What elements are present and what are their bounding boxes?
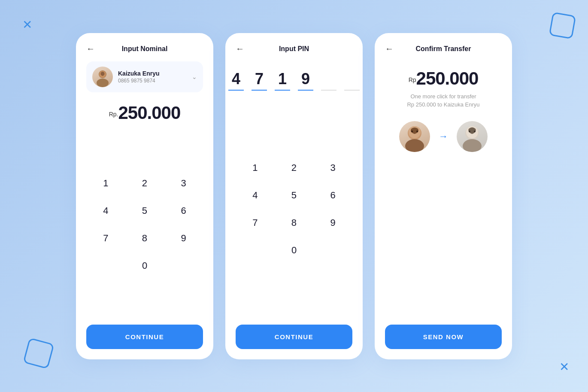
recipient-phone: 0865 9875 9874: [118, 78, 192, 84]
numpad-row-2: 4 5 6: [86, 199, 203, 223]
pin-key-6[interactable]: 6: [318, 183, 348, 207]
card2-numpad: 1 2 3 4 5 6 7 8 9 0: [236, 104, 352, 318]
key-5[interactable]: 5: [130, 199, 159, 223]
card1-header: ← Input Nominal: [86, 45, 203, 53]
pin-digit-5: [321, 70, 336, 91]
confirm-value: 250.000: [416, 68, 479, 88]
card3-title: Confirm Transfer: [416, 45, 471, 53]
cards-container: ← Input Nominal Kaizuka Enryu 0865 9875 …: [76, 33, 512, 359]
key-4[interactable]: 4: [91, 199, 120, 223]
pin-digit-2: 7: [252, 70, 267, 91]
transfer-arrow-icon: →: [439, 131, 448, 142]
recipient-avatar-confirm: [457, 121, 488, 152]
pin-key-8[interactable]: 8: [279, 211, 309, 235]
sender-avatar: [399, 121, 430, 152]
card2-title: Input PIN: [279, 45, 309, 53]
pin-key-0[interactable]: 0: [279, 238, 309, 262]
card1-title: Input Nominal: [122, 45, 168, 53]
key-2[interactable]: 2: [130, 171, 159, 195]
key-9[interactable]: 9: [169, 226, 198, 250]
key-3[interactable]: 3: [169, 171, 198, 195]
confirm-currency: Rp: [409, 76, 416, 83]
key-6[interactable]: 6: [169, 199, 198, 223]
card-input-pin: ← Input PIN 4 7 1 9 1 2 3 4 5: [225, 33, 363, 359]
pin-digit-3: 1: [275, 70, 290, 91]
svg-point-6: [411, 131, 413, 132]
card3-header: ← Confirm Transfer: [385, 45, 502, 53]
svg-point-9: [463, 139, 482, 152]
key-7[interactable]: 7: [91, 226, 120, 250]
key-8[interactable]: 8: [130, 226, 159, 250]
transfer-visual: →: [385, 121, 502, 152]
key-0[interactable]: 0: [130, 254, 159, 278]
pin-key-4[interactable]: 4: [240, 183, 270, 207]
pin-numpad-row-3: 7 8 9: [236, 211, 352, 235]
card2-back-button[interactable]: ←: [236, 44, 244, 54]
numpad-row-4: 0: [86, 254, 203, 278]
recipient-row[interactable]: Kaizuka Enryu 0865 9875 9874 ⌄: [86, 61, 203, 92]
recipient-avatar: [92, 67, 113, 87]
deco-square-topright: [549, 12, 576, 40]
card1-numpad: 1 2 3 4 5 6 7 8 9 0: [86, 135, 203, 318]
pin-display: 4 7 1 9: [236, 70, 352, 91]
key-1[interactable]: 1: [91, 171, 120, 195]
svg-point-12: [474, 131, 476, 132]
pin-key-3[interactable]: 3: [318, 156, 348, 180]
deco-x-bottomright: ✕: [559, 361, 569, 373]
pin-digit-6: [344, 70, 360, 91]
pin-digit-4: 9: [298, 70, 313, 91]
card1-continue-button[interactable]: CONTINUE: [86, 325, 203, 349]
pin-key-7[interactable]: 7: [240, 211, 270, 235]
card1-back-button[interactable]: ←: [86, 44, 95, 54]
confirm-subtitle-line2: Rp 250.000 to Kaizuka Enryu: [407, 101, 479, 108]
amount-currency: Rp.: [109, 110, 118, 117]
pin-digit-1: 4: [228, 70, 244, 91]
pin-numpad-row-1: 1 2 3: [236, 156, 352, 180]
confirm-amount: Rp250.000: [385, 68, 502, 89]
confirm-subtitle: One more click for transfer Rp 250.000 t…: [385, 92, 502, 109]
numpad-row-1: 1 2 3: [86, 171, 203, 195]
amount-display: Rp.250.000: [86, 103, 203, 123]
card-input-nominal: ← Input Nominal Kaizuka Enryu 0865 9875 …: [76, 33, 213, 359]
card2-header: ← Input PIN: [236, 45, 352, 53]
pin-key-9[interactable]: 9: [318, 211, 348, 235]
svg-point-11: [469, 131, 470, 132]
pin-key-1[interactable]: 1: [240, 156, 270, 180]
recipient-info: Kaizuka Enryu 0865 9875 9874: [118, 70, 192, 84]
card3-send-button[interactable]: SEND NOW: [385, 325, 502, 349]
deco-square-bottomleft: [23, 337, 54, 369]
pin-numpad-row-2: 4 5 6: [236, 183, 352, 207]
recipient-chevron-icon[interactable]: ⌄: [192, 73, 197, 80]
numpad-row-3: 7 8 9: [86, 226, 203, 250]
svg-point-1: [97, 79, 109, 87]
pin-key-2[interactable]: 2: [279, 156, 309, 180]
recipient-name: Kaizuka Enryu: [118, 70, 192, 77]
pin-numpad-row-4: 0: [236, 238, 352, 262]
card-confirm-transfer: ← Confirm Transfer Rp250.000 One more cl…: [375, 33, 512, 359]
pin-key-5[interactable]: 5: [279, 183, 309, 207]
svg-point-7: [416, 131, 418, 132]
deco-x-topleft: ✕: [22, 19, 32, 31]
card2-continue-button[interactable]: CONTINUE: [236, 325, 352, 349]
card3-back-button[interactable]: ←: [385, 44, 394, 54]
amount-value: 250.000: [118, 103, 180, 123]
svg-point-4: [405, 139, 424, 152]
confirm-subtitle-line1: One more click for transfer: [410, 93, 476, 100]
